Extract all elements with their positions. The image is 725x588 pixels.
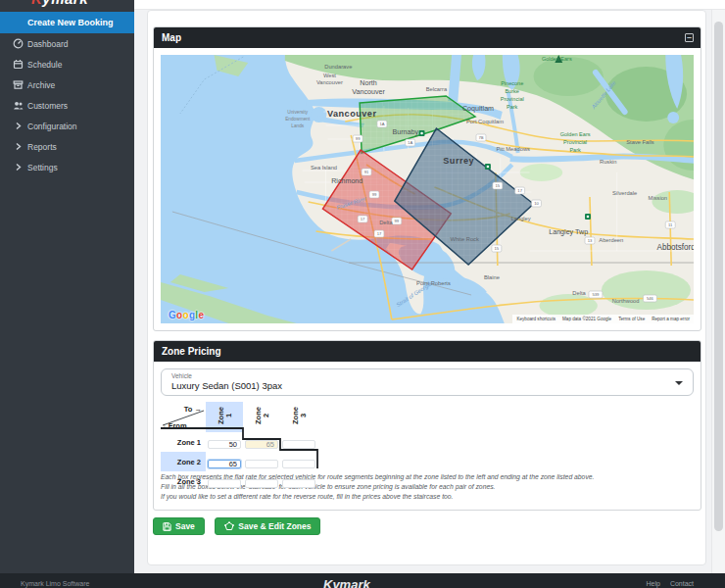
chevron-right-icon xyxy=(8,141,27,152)
google-logo-letter: G xyxy=(169,310,176,320)
map-label: Abbotsford xyxy=(657,243,694,252)
sidebar-item-dashboard[interactable]: Dashboard xyxy=(0,33,134,54)
road-shield: 1A xyxy=(406,139,415,146)
map-attribution-item[interactable]: Map data ©2021 Google xyxy=(562,317,611,321)
google-map[interactable]: 1A1A9991991799177B171510151311539546 Dun… xyxy=(161,55,694,323)
road-shield: 1A xyxy=(377,121,387,127)
map-label: Endowment xyxy=(285,117,311,122)
scrollbar-thumb[interactable] xyxy=(714,22,723,531)
road-shield: 13 xyxy=(585,237,595,244)
rate-input-zone2-zone2[interactable] xyxy=(245,460,278,468)
map-label: Belcarra xyxy=(426,86,448,92)
archive-icon xyxy=(8,79,27,90)
map-label: Stave Falls xyxy=(626,139,654,145)
matrix-col-header-zone3: Zone 3 xyxy=(280,402,317,432)
matrix-to-label: To → xyxy=(184,405,202,414)
map-panel: Map – xyxy=(153,26,701,331)
sidebar-item-customers[interactable]: Customers xyxy=(0,95,134,116)
top-navbar xyxy=(134,0,725,10)
road-shield: 539 xyxy=(589,291,603,298)
transit-marker-icon xyxy=(485,164,491,170)
rate-input-zone1-zone3[interactable] xyxy=(282,440,315,449)
map-label: Vancouver xyxy=(327,109,376,119)
svg-text:11: 11 xyxy=(668,222,673,227)
content-card: Map – xyxy=(147,10,706,565)
sidebar-item-archive[interactable]: Archive xyxy=(0,74,134,95)
rate-input-zone2-zone1[interactable] xyxy=(208,460,241,468)
matrix-col-header-zone1: Zone 1 xyxy=(206,402,243,432)
calendar-icon xyxy=(8,59,27,70)
map-panel-body: 1A1A9991991799177B171510151311539546 Dun… xyxy=(154,48,701,330)
road-shield: 546 xyxy=(643,295,656,302)
rate-input-zone2-zone3[interactable] xyxy=(282,460,315,468)
road-shield: 17 xyxy=(515,187,525,194)
map-label: University xyxy=(287,110,308,115)
dashboard-icon xyxy=(8,38,27,49)
svg-text:1A: 1A xyxy=(379,122,384,126)
map-label: Park xyxy=(507,104,518,110)
draw-polygon-icon xyxy=(224,521,234,531)
map-label: Coquitlam xyxy=(462,105,494,113)
chevron-right-icon xyxy=(8,121,27,131)
zone-pricing-header: Zone Pricing xyxy=(154,341,701,362)
map-attribution: Keyboard shortcutsMap data ©2021 GoogleT… xyxy=(512,315,694,323)
sidebar-item-schedule[interactable]: Schedule xyxy=(0,54,134,74)
rate-input-zone1-zone1[interactable] xyxy=(208,440,241,449)
svg-text:15: 15 xyxy=(495,246,500,251)
road-shield: 15 xyxy=(492,245,502,252)
map-panel-title: Map xyxy=(162,32,181,43)
chevron-right-icon xyxy=(8,162,27,172)
map-label: Pinecone xyxy=(501,80,523,86)
transit-marker-icon xyxy=(419,130,425,136)
collapse-panel-icon[interactable]: – xyxy=(685,33,694,42)
save-button[interactable]: Save xyxy=(153,517,205,535)
sidebar-item-configuration[interactable]: Configuration xyxy=(0,116,134,136)
scrollbar-track[interactable] xyxy=(711,10,725,573)
map-attribution-item[interactable]: Report a map error xyxy=(652,317,690,321)
map-label: Silverdale xyxy=(612,190,637,196)
footer-link-contact[interactable]: Contact xyxy=(670,580,694,587)
sidebar-item-reports[interactable]: Reports xyxy=(0,136,134,157)
sidebar-item-settings[interactable]: Settings xyxy=(0,157,134,177)
map-label: Burke xyxy=(505,88,518,94)
map-label: Lands xyxy=(291,123,305,128)
map-label: Delta xyxy=(379,220,393,225)
svg-text:1A: 1A xyxy=(408,140,412,145)
map-label: Pitt Meadows xyxy=(496,146,530,152)
svg-text:99: 99 xyxy=(356,136,361,141)
svg-text:17: 17 xyxy=(361,217,365,221)
footer: Kymark Limo Software Kymark Help Contact xyxy=(0,573,725,588)
save-edit-zones-button[interactable]: Save & Edit Zones xyxy=(215,517,320,535)
google-logo-letter: e xyxy=(198,310,204,320)
footer-link-help[interactable]: Help xyxy=(646,580,659,587)
road-shield: 91 xyxy=(362,169,371,175)
svg-text:546: 546 xyxy=(647,296,654,301)
svg-text:91: 91 xyxy=(364,170,369,174)
map-label: Port Coquitlam xyxy=(466,119,504,124)
map-label: Vancouver xyxy=(352,88,385,96)
map-attribution-item[interactable]: Keyboard shortcuts xyxy=(516,317,556,321)
map-label: West xyxy=(323,73,336,78)
zone-pricing-title: Zone Pricing xyxy=(162,346,221,357)
map-attribution-item[interactable]: Terms of Use xyxy=(618,317,645,321)
sidebar: Kymark Create New Booking Dashboard Sche… xyxy=(0,0,134,573)
rate-input-zone3-zone3[interactable] xyxy=(282,479,315,488)
svg-text:7B: 7B xyxy=(478,135,483,140)
map-label: Northwood xyxy=(612,298,640,304)
rate-input-zone3-zone2[interactable] xyxy=(245,479,278,488)
svg-text:15: 15 xyxy=(496,183,501,188)
road-shield: 15 xyxy=(493,182,503,189)
map-label: Dundarave xyxy=(324,64,352,70)
rate-input-zone1-zone2[interactable] xyxy=(245,440,278,449)
road-shield: 17 xyxy=(374,230,384,237)
matrix-row-header-zone3: Zone 3 xyxy=(161,471,206,491)
matrix-col-header-zone2: Zone 2 xyxy=(243,402,280,432)
map-label: Golden Ears xyxy=(542,56,572,62)
sidebar-item-create-new-booking[interactable]: Create New Booking xyxy=(0,12,134,33)
map-label: Richmond xyxy=(331,177,362,185)
zone-pricing-panel: Zone Pricing Vehicle Luxury Sedan (S001)… xyxy=(153,340,701,511)
vehicle-select[interactable]: Vehicle Luxury Sedan (S001) 3pax xyxy=(161,368,694,396)
map-label: Sea Island xyxy=(311,165,337,171)
map-label: White Rock xyxy=(450,236,478,242)
rate-input-zone3-zone1[interactable] xyxy=(208,479,241,488)
